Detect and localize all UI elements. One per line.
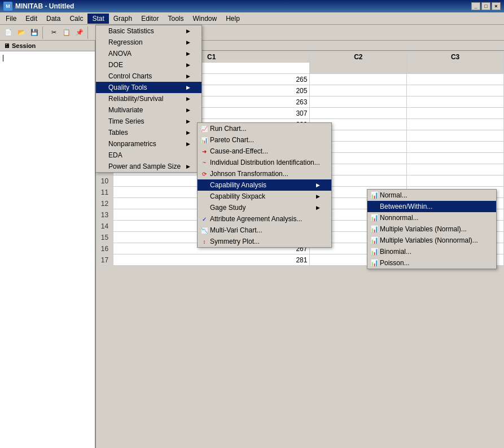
menu-tools[interactable]: Tools [163,14,188,24]
qt-capability-analysis[interactable]: Capability Analysis [198,179,331,191]
cell-c3-8[interactable] [407,153,504,164]
run-chart-icon: 📈 [200,126,209,132]
title-bar: M MINITAB - Untitled _ □ × [0,0,504,12]
qt-cause-effect[interactable]: ➜Cause-and-Effect... [198,146,331,157]
stat-anova[interactable]: ANOVA [96,48,201,59]
menu-data[interactable]: Data [42,14,65,24]
cell-c3-4[interactable] [407,108,504,119]
menu-edit[interactable]: Edit [21,14,42,24]
stat-basic-statistics[interactable]: Basic Statistics [96,25,201,37]
cell-c1-17[interactable]: 281 [113,254,310,266]
cell-c2-4[interactable] [310,108,407,119]
session-content: | [0,51,95,448]
row-num-17: 17 [97,254,113,266]
stat-power[interactable]: Power and Sample Size [96,161,201,172]
row-num-14: 14 [97,221,113,232]
col-name-c3[interactable] [407,63,504,74]
cell-c3-1[interactable] [407,74,504,85]
qt-run-chart[interactable]: 📈Run Chart... [198,123,331,134]
qt-multi-vari[interactable]: 📉Multi-Vari Chart... [198,225,331,236]
cap-normal-icon: 📊 [370,191,379,199]
stat-time-series[interactable]: Time Series [96,116,201,127]
col-header-c3[interactable]: C3 [407,51,504,63]
stat-tables[interactable]: Tables [96,127,201,138]
johnson-icon: ⟳ [200,171,209,177]
stat-quality-tools[interactable]: Quality Tools [96,82,201,93]
paste-button[interactable]: 📌 [73,27,86,39]
row-num-11: 11 [97,187,113,198]
cell-c3-9[interactable] [407,164,504,175]
qt-pareto[interactable]: 📊Pareto Chart... [198,134,331,146]
attr-agree-icon: ✓ [200,216,209,222]
menu-editor[interactable]: Editor [137,14,163,24]
cut-button[interactable]: ✂ [47,27,60,39]
qt-individual-dist[interactable]: ~Individual Distribution Identification.… [198,157,331,168]
cap-normal[interactable]: 📊Normal... [367,190,496,201]
col-name-c2[interactable] [310,63,407,74]
cell-c2-2[interactable] [310,85,407,96]
cap-multi-nonnormal[interactable]: 📊Multiple Variables (Nonnormal)... [367,235,496,246]
menu-bar: File Edit Data Calc Stat Graph Editor To… [0,12,504,25]
window-controls: _ □ × [471,2,501,10]
stat-multivariate[interactable]: Multivariate [96,104,201,116]
menu-graph[interactable]: Graph [109,14,137,24]
stat-regression[interactable]: Regression [96,37,201,48]
new-button[interactable]: 📄 [2,27,15,39]
session-icon: 🖥 [3,42,10,49]
session-panel: 🖥 Session | [0,41,96,448]
menu-file[interactable]: File [1,14,21,24]
menu-stat[interactable]: Stat [87,14,108,24]
cell-c3-7[interactable] [407,142,504,153]
qt-johnson[interactable]: ⟳Johnson Transformation... [198,168,331,179]
minimize-button[interactable]: _ [471,2,480,10]
session-header: 🖥 Session [0,41,95,51]
cap-binom-icon: 📊 [370,248,379,256]
stat-control-charts[interactable]: Control Charts [96,71,201,82]
cell-c3-3[interactable] [407,96,504,108]
cap-between-within[interactable]: Between/Within... [367,201,496,212]
col-header-c2[interactable]: C2 [310,51,407,63]
stat-eda[interactable]: EDA [96,150,201,161]
cap-nonnormal[interactable]: 📊Nonnormal... [367,212,496,223]
row-num-15: 15 [97,232,113,243]
multi-vari-icon: 📉 [200,227,209,234]
stat-nonparametrics[interactable]: Nonparametrics [96,138,201,150]
symmetry-icon: ↕ [200,239,209,245]
stat-reliability[interactable]: Reliability/Survival [96,93,201,104]
cause-effect-icon: ➜ [200,148,209,155]
open-button[interactable]: 📂 [15,27,28,39]
menu-calc[interactable]: Calc [65,14,87,24]
cell-c3-10[interactable] [407,175,504,187]
toolbar-sep-1 [42,27,46,39]
menu-window[interactable]: Window [189,14,222,24]
cap-poisson-icon: 📊 [370,259,379,267]
cap-poisson[interactable]: 📊Poisson... [367,257,496,269]
cell-c2-3[interactable] [310,96,407,108]
cell-c3-2[interactable] [407,85,504,96]
capability-dropdown: 📊Normal... Between/Within... 📊Nonnormal.… [367,189,497,269]
row-num-12: 12 [97,198,113,209]
cap-binomial[interactable]: 📊Binomial... [367,246,496,257]
save-button[interactable]: 💾 [28,27,41,39]
window-title: MINITAB - Untitled [15,2,74,10]
row-num-10: 10 [97,175,113,187]
cell-c3-5[interactable] [407,119,504,130]
stat-doe[interactable]: DOE [96,59,201,71]
qt-attribute-agreement[interactable]: ✓Attribute Agreement Analysis... [198,213,331,225]
app-icon: M [3,2,12,11]
qt-gage-study[interactable]: Gage Study [198,202,331,213]
cap-nonnormal-icon: 📊 [370,214,379,222]
maximize-button[interactable]: □ [481,2,490,10]
session-cursor: | [2,54,4,62]
close-button[interactable]: × [492,2,501,10]
qt-capability-sixpack[interactable]: Capability Sixpack [198,191,331,202]
qt-symmetry[interactable]: ↕Symmetry Plot... [198,236,331,247]
menu-help[interactable]: Help [221,14,244,24]
cell-c2-1[interactable] [310,74,407,85]
cap-multi-normal[interactable]: 📊Multiple Variables (Normal)... [367,223,496,235]
row-num-16: 16 [97,243,113,254]
cap-mn-icon: 📊 [370,225,379,233]
cell-c3-6[interactable] [407,130,504,142]
copy-button[interactable]: 📋 [60,27,73,39]
pareto-icon: 📊 [200,137,209,143]
